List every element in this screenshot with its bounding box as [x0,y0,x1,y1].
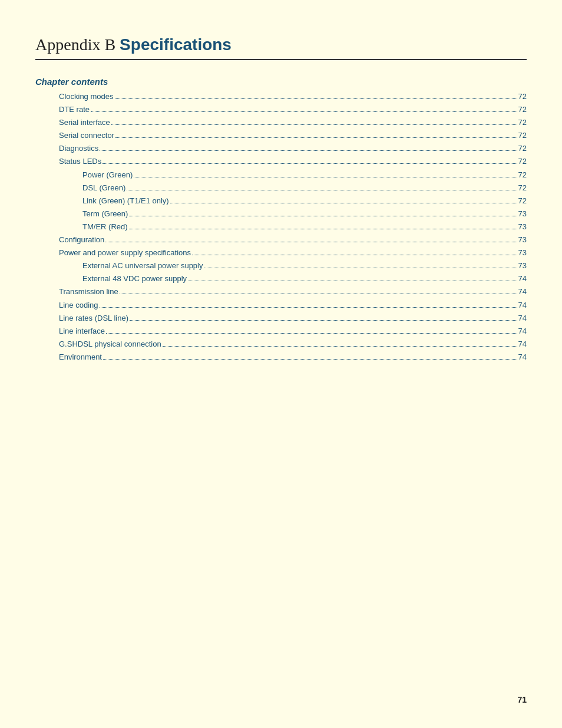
toc-item-page: 72 [518,169,527,182]
toc-item-page: 72 [518,116,527,129]
toc-item-dots [115,98,517,99]
toc-item-page: 73 [518,207,527,220]
toc-item[interactable]: Serial connector72 [35,129,527,142]
toc-item-dots [163,346,517,347]
toc-item[interactable]: Serial interface72 [35,116,527,129]
toc-item-label: External AC universal power supply [82,259,203,272]
toc-item-dots [188,281,517,281]
toc-item-label: Environment [59,351,102,364]
toc-item[interactable]: DSL (Green)72 [35,182,527,195]
toc-item-label: Configuration [59,233,104,246]
toc-item[interactable]: Diagnostics72 [35,142,527,155]
page-number: 71 [517,695,527,704]
toc-item-dots [100,307,517,308]
toc-item-label: Diagnostics [59,142,98,155]
toc-item-page: 74 [518,338,527,351]
toc-item-dots [91,111,517,112]
toc-section: Chapter contents Clocking modes72DTE rat… [35,77,527,364]
toc-item-label: Link (Green) (T1/E1 only) [82,195,169,207]
toc-item-page: 72 [518,129,527,142]
toc-list: Clocking modes72DTE rate72Serial interfa… [35,90,527,364]
toc-item[interactable]: TM/ER (Red)73 [35,220,527,233]
toc-item-label: DTE rate [59,103,90,116]
toc-item-page: 72 [518,103,527,116]
toc-item-label: G.SHDSL physical connection [59,338,161,351]
toc-item[interactable]: DTE rate72 [35,103,527,116]
toc-item-dots [105,242,517,242]
toc-item-label: Term (Green) [82,207,128,220]
toc-item-label: TM/ER (Red) [82,220,128,233]
toc-item-dots [120,294,517,294]
chapter-header: Appendix B Specifications [35,35,527,60]
chapter-contents-heading: Chapter contents [35,77,527,87]
toc-item-page: 72 [518,142,527,155]
toc-item[interactable]: Term (Green)73 [35,207,527,220]
toc-item-page: 72 [518,90,527,103]
toc-item-page: 73 [518,220,527,233]
chapter-title-bold: Specifications [120,35,232,54]
toc-item-page: 72 [518,182,527,195]
toc-item-dots [100,150,517,151]
toc-item-dots [115,137,517,138]
toc-item-dots [106,333,517,334]
toc-item-label: Transmission line [59,285,118,298]
toc-item[interactable]: Link (Green) (T1/E1 only)72 [35,195,527,207]
toc-item-page: 72 [518,195,527,207]
toc-item[interactable]: Line coding74 [35,299,527,312]
page-container: Appendix B Specifications Chapter conten… [0,0,562,399]
toc-item-label: Line rates (DSL line) [59,312,128,325]
toc-item-label: Line interface [59,325,105,338]
toc-item[interactable]: Clocking modes72 [35,90,527,103]
toc-item[interactable]: Environment74 [35,351,527,364]
toc-item[interactable]: Transmission line74 [35,285,527,298]
toc-item-page: 74 [518,272,527,285]
toc-item[interactable]: Power and power supply specifications73 [35,246,527,259]
toc-item-page: 73 [518,233,527,246]
toc-item-dots [111,124,517,125]
toc-item-dots [129,229,517,229]
toc-item[interactable]: Configuration73 [35,233,527,246]
chapter-title: Appendix B Specifications [35,35,527,54]
chapter-prefix: Appendix B [35,35,120,54]
toc-item[interactable]: Power (Green)72 [35,169,527,182]
toc-item-dots [204,268,517,268]
toc-item-page: 74 [518,285,527,298]
toc-item-dots [130,320,517,321]
toc-item-label: Line coding [59,299,98,312]
toc-item-dots [192,255,517,255]
toc-item[interactable]: Status LEDs72 [35,155,527,168]
toc-item-page: 73 [518,246,527,259]
toc-item-label: Status LEDs [59,155,101,168]
toc-item-dots [127,190,517,190]
toc-item-label: Serial connector [59,129,114,142]
toc-item-dots [170,203,517,203]
toc-item[interactable]: External AC universal power supply73 [35,259,527,272]
toc-item[interactable]: External 48 VDC power supply74 [35,272,527,285]
toc-item[interactable]: Line interface74 [35,325,527,338]
toc-item-dots [129,216,517,216]
toc-item-label: Clocking modes [59,90,114,103]
toc-item-label: Power and power supply specifications [59,246,191,259]
toc-item-page: 74 [518,312,527,325]
toc-item-page: 74 [518,325,527,338]
toc-item-label: DSL (Green) [82,182,125,195]
toc-item-label: External 48 VDC power supply [82,272,187,285]
toc-item[interactable]: G.SHDSL physical connection74 [35,338,527,351]
toc-item-page: 73 [518,259,527,272]
toc-item-label: Serial interface [59,116,110,129]
toc-item-dots [103,163,517,164]
toc-item-page: 74 [518,299,527,312]
toc-item-page: 74 [518,351,527,364]
toc-item-dots [134,177,517,177]
toc-item-dots [103,359,517,360]
toc-item-label: Power (Green) [82,169,133,182]
toc-item-page: 72 [518,155,527,168]
toc-item[interactable]: Line rates (DSL line)74 [35,312,527,325]
